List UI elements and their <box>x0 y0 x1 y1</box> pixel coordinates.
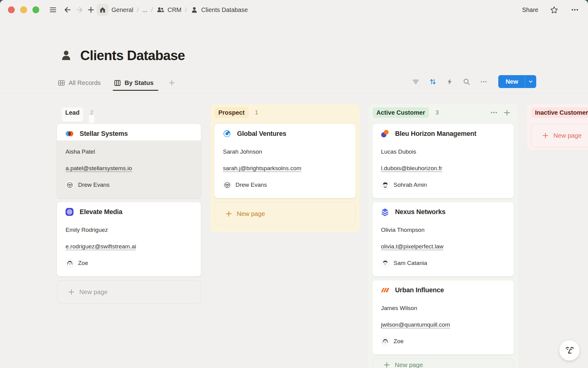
page-header: Clients Database <box>60 48 185 63</box>
notion-ai-face-button[interactable] <box>559 340 580 361</box>
breadcrumb-item-crm[interactable]: CRM <box>156 6 182 14</box>
card-contact-name: Sarah Johnson <box>223 144 347 160</box>
board-icon <box>114 79 121 87</box>
card-owner: Drew Evans <box>223 177 347 193</box>
card-email-link[interactable]: e.rodriguez@swiftstream.ai <box>66 243 136 250</box>
column-inactive-customer: Inactive CustomerNew page <box>527 104 588 150</box>
card-company-name: Elevate Media <box>80 208 123 216</box>
card-company-name: Nexus Networks <box>395 208 446 216</box>
face-icon <box>564 345 575 356</box>
card-owner-name: Drew Evans <box>236 182 267 188</box>
plus-icon <box>68 289 75 295</box>
group-badge-inactive-customer[interactable]: Inactive Customer <box>531 107 588 118</box>
window-controls <box>8 6 39 13</box>
zoom-window-button[interactable] <box>32 6 39 13</box>
plus-icon <box>383 362 390 368</box>
avatar-zoe <box>381 337 390 346</box>
column-add-card-icon[interactable] <box>503 109 511 117</box>
card-urban-influence[interactable]: Urban InfluenceJames Wilsonjwilson@quant… <box>372 280 514 355</box>
card-owner: Drew Evans <box>66 177 192 193</box>
new-page-button-inactive-customer[interactable]: New page <box>531 124 588 147</box>
new-page-label: New page <box>79 288 107 296</box>
avatar-sam <box>381 259 390 267</box>
card-email-link[interactable]: jwilson@quantumquill.com <box>381 321 450 328</box>
favorite-star-icon[interactable] <box>549 4 559 16</box>
card-email-link[interactable]: l.dubois@bleuhorizon.fr <box>381 165 442 172</box>
card-owner-name: Zoe <box>394 338 404 345</box>
plus-icon <box>225 210 232 217</box>
new-tab-icon[interactable] <box>85 4 97 16</box>
card-email-link[interactable]: sarah.j@brightsparksolns.com <box>223 165 301 172</box>
column-header-inactive-customer: Inactive Customer <box>531 106 588 119</box>
card-company-name: Bleu Horizon Management <box>395 130 476 138</box>
card-company-name: Urban Influence <box>395 286 444 294</box>
card-global-ventures[interactable]: Global VenturesSarah Johnsonsarah.j@brig… <box>214 124 356 198</box>
card-owner-name: Sohrab Amin <box>394 182 427 188</box>
tab-by-status[interactable]: By Status <box>114 79 154 87</box>
card-company-name: Global Ventures <box>237 130 286 138</box>
breadcrumb-separator: / <box>151 6 153 13</box>
new-page-button-active-customer[interactable]: New page <box>372 358 514 368</box>
add-view-icon[interactable] <box>168 79 175 86</box>
card-bleu-horizon-management[interactable]: Bleu Horizon ManagementLucas Duboisl.dub… <box>372 124 514 198</box>
card-email-link[interactable]: a.patel@stellarsystems.io <box>66 165 132 172</box>
home-icon[interactable] <box>97 4 108 16</box>
view-options-icon[interactable] <box>480 78 488 86</box>
breadcrumb-separator: / <box>137 6 139 13</box>
card-nexus-networks[interactable]: Nexus NetworksOlivia Thompsonolivia.t@pi… <box>372 202 514 276</box>
new-page-button-prospect[interactable]: New page <box>214 202 356 225</box>
avatar-zoe <box>66 259 74 267</box>
minimize-window-button[interactable] <box>20 6 27 13</box>
group-badge-prospect[interactable]: Prospect <box>215 107 248 118</box>
plus-icon <box>542 132 549 139</box>
table-icon <box>58 79 65 87</box>
new-record-button: New <box>498 75 536 88</box>
titlebar-actions: Share <box>522 4 580 16</box>
company-logo-overlapping-circles-icon <box>65 129 74 138</box>
sort-icon[interactable] <box>429 78 437 86</box>
close-window-button[interactable] <box>8 6 15 13</box>
group-badge-active-customer[interactable]: Active Customer <box>373 107 429 118</box>
avatar-sohrab <box>381 181 390 189</box>
breadcrumb-item-general[interactable]: General <box>111 6 133 13</box>
filter-icon[interactable] <box>412 78 420 86</box>
new-page-button-lead[interactable]: New page <box>57 280 201 304</box>
company-logo-blue-swoosh-icon <box>222 129 232 138</box>
breadcrumb-item-clients-database[interactable]: Clients Database <box>190 6 248 14</box>
card-owner: Sohrab Amin <box>381 177 505 193</box>
card-elevate-media[interactable]: Elevate MediaEmily Rodrigueze.rodriguez@… <box>57 202 201 276</box>
forward-icon[interactable] <box>74 4 85 16</box>
new-page-label: New page <box>553 132 582 139</box>
view-toolbar: New <box>412 75 536 88</box>
new-button-label[interactable]: New <box>498 75 525 88</box>
card-contact-name: Olivia Thompson <box>381 222 505 238</box>
new-button-chevron-icon[interactable] <box>525 75 536 88</box>
card-owner: Zoe <box>66 255 192 271</box>
view-tabbar: All Records By Status <box>58 76 588 90</box>
titlebar: General / ... / CRM / Clients Database S… <box>0 0 588 20</box>
search-icon[interactable] <box>463 78 470 86</box>
column-header-active-customer: Active Customer3 <box>372 106 514 119</box>
board: Lead2Stellar SystemsAisha Patela.patel@s… <box>0 104 588 368</box>
card-stellar-systems[interactable]: Stellar SystemsAisha Patela.patel@stella… <box>57 124 201 198</box>
share-button[interactable]: Share <box>522 6 538 13</box>
card-contact-name: Lucas Dubois <box>381 144 505 160</box>
new-page-label: New page <box>237 210 265 217</box>
company-logo-layer-stack-icon <box>380 207 390 217</box>
new-page-label: New page <box>395 361 423 368</box>
more-options-icon[interactable] <box>570 4 580 16</box>
column-more-icon[interactable] <box>490 109 498 117</box>
card-company-name: Stellar Systems <box>80 130 128 138</box>
card-email-link[interactable]: olivia.t@pixelperfect.law <box>381 243 443 250</box>
breadcrumb-item-ellipsis[interactable]: ... <box>142 6 148 13</box>
sidebar-menu-icon[interactable] <box>47 4 59 16</box>
company-logo-spiral-icon <box>65 207 74 217</box>
back-icon[interactable] <box>62 4 74 16</box>
group-badge-lead[interactable]: Lead <box>62 107 83 118</box>
column-header-lead: Lead2 <box>61 106 199 119</box>
header-tab-shape <box>89 115 95 123</box>
automation-lightning-icon[interactable] <box>446 78 453 85</box>
card-contact-name: Aisha Patel <box>66 144 192 160</box>
page-person-icon <box>60 49 72 62</box>
tab-all-records[interactable]: All Records <box>58 79 101 87</box>
